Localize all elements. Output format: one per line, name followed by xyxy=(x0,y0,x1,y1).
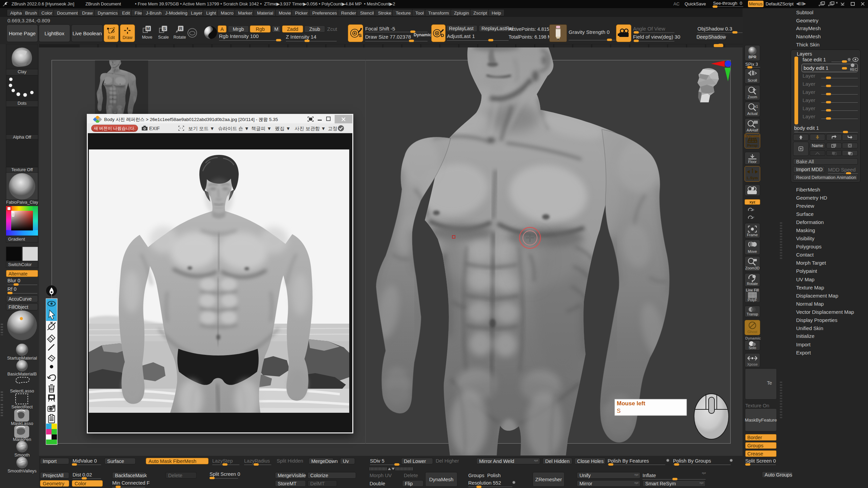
svg-text:Zoom: Zoom xyxy=(748,95,757,99)
svg-text:Floor: Floor xyxy=(748,160,756,164)
svg-text:x1: x1 xyxy=(754,105,758,108)
svg-text:M: M xyxy=(146,26,150,31)
svg-text:Scroll: Scroll xyxy=(748,78,757,82)
svg-text:Mouse left: Mouse left xyxy=(617,400,645,407)
svg-text:S: S xyxy=(617,408,620,414)
svg-text:BPR: BPR xyxy=(748,55,756,59)
svg-text:D: D xyxy=(441,33,444,38)
svg-text:AAHalf: AAHalf xyxy=(747,128,758,132)
svg-text:Zoom3D: Zoom3D xyxy=(745,266,760,270)
svg-text:L.Sym: L.Sym xyxy=(747,176,758,180)
svg-text:PolyF: PolyF xyxy=(748,298,757,302)
svg-text:Line Fill: Line Fill xyxy=(746,288,759,292)
svg-text:Rotate: Rotate xyxy=(747,282,758,286)
svg-text:Ghost: Ghost xyxy=(747,330,757,334)
svg-text:z: z xyxy=(753,216,754,219)
svg-text:S: S xyxy=(359,33,362,38)
svg-text:Dynamic: Dynamic xyxy=(745,134,760,138)
svg-text:R: R xyxy=(179,26,182,31)
svg-text:y: y xyxy=(753,208,754,211)
svg-text:Actual: Actual xyxy=(747,111,758,116)
svg-text:S: S xyxy=(163,26,166,31)
svg-text:Move: Move xyxy=(748,249,757,253)
svg-text:Frame: Frame xyxy=(747,233,758,237)
svg-text:Transp: Transp xyxy=(747,312,758,316)
svg-text:Persp: Persp xyxy=(747,143,758,147)
svg-text:Xpose: Xpose xyxy=(747,362,757,366)
svg-text:Solo: Solo xyxy=(749,346,756,350)
